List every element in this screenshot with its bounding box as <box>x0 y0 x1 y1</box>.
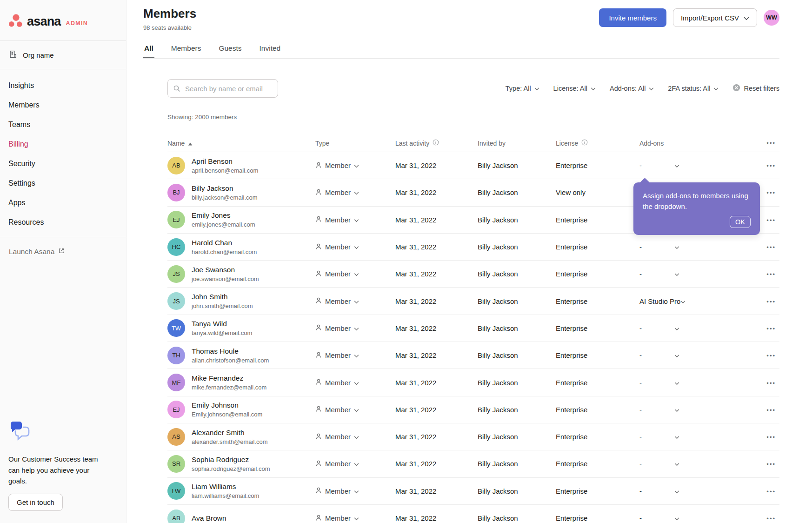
member-type-dropdown[interactable]: Member <box>315 188 395 197</box>
column-settings-button[interactable]: ••• <box>739 140 779 147</box>
sidebar-item-security[interactable]: Security <box>0 154 126 174</box>
member-name[interactable]: John Smith <box>192 293 253 301</box>
member-type-dropdown[interactable]: Member <box>315 487 395 495</box>
tooltip-actions: OK <box>643 216 751 228</box>
user-avatar[interactable]: WW <box>764 10 779 26</box>
tooltip-ok-button[interactable]: OK <box>730 216 751 228</box>
table-row: ASAlexander Smithalexander.smith@email.c… <box>167 423 779 450</box>
row-menu-button[interactable]: ••• <box>766 380 776 387</box>
sidebar-item-members[interactable]: Members <box>0 95 126 115</box>
filter-dropdown-add-ons[interactable]: Add-ons: All <box>610 85 654 92</box>
member-type-dropdown[interactable]: Member <box>315 514 395 523</box>
org-selector[interactable]: Org name <box>0 41 126 69</box>
row-menu-button[interactable]: ••• <box>766 244 776 251</box>
member-type-dropdown[interactable]: Member <box>315 270 395 278</box>
license: Enterprise <box>556 297 639 305</box>
row-menu-button[interactable]: ••• <box>766 271 776 278</box>
addons-dropdown[interactable]: - <box>639 406 679 414</box>
invited-by: Billy Jackson <box>478 243 556 251</box>
filter-dropdown-type[interactable]: Type: All <box>506 85 539 92</box>
member-name[interactable]: Billy Jackson <box>192 184 258 193</box>
addons-dropdown[interactable]: - <box>639 487 679 495</box>
member-type-dropdown[interactable]: Member <box>315 324 395 332</box>
member-type-dropdown[interactable]: Member <box>315 297 395 305</box>
member-name[interactable]: Thomas Houle <box>192 347 269 355</box>
column-header-license[interactable]: License <box>556 139 639 147</box>
sidebar-item-apps[interactable]: Apps <box>0 193 126 213</box>
members-admin-page: asana ADMIN Org name InsightsMembersTeam… <box>0 0 812 523</box>
addons-dropdown[interactable]: - <box>639 351 679 359</box>
filter-dropdown-license[interactable]: License: All <box>553 85 596 92</box>
member-type-dropdown[interactable]: Member <box>315 433 395 441</box>
invite-members-button[interactable]: Invite members <box>599 8 666 27</box>
tab-guests[interactable]: Guests <box>218 41 242 58</box>
member-name[interactable]: Harold Chan <box>192 239 257 247</box>
member-name[interactable]: Emily Jones <box>192 211 255 220</box>
row-menu-button[interactable]: ••• <box>766 217 776 224</box>
row-menu-button[interactable]: ••• <box>766 461 776 468</box>
addons-dropdown[interactable]: AI Studio Pro <box>639 297 686 305</box>
member-name[interactable]: Tanya Wild <box>192 320 252 328</box>
column-label: Last activity <box>395 140 429 147</box>
member-name[interactable]: Liam Williams <box>192 483 259 491</box>
get-in-touch-button[interactable]: Get in touch <box>8 494 63 511</box>
avatar: TH <box>167 347 185 364</box>
member-name[interactable]: Ava Brown <box>192 514 226 523</box>
filter-dropdown-2fa-status[interactable]: 2FA status: All <box>668 85 719 92</box>
row-menu-button[interactable]: ••• <box>766 298 776 305</box>
member-type-dropdown[interactable]: Member <box>315 460 395 468</box>
column-header-type[interactable]: Type <box>315 140 395 147</box>
row-menu-button[interactable]: ••• <box>766 189 776 196</box>
member-type-dropdown[interactable]: Member <box>315 351 395 360</box>
member-type-dropdown[interactable]: Member <box>315 405 395 414</box>
row-menu-button[interactable]: ••• <box>766 325 776 332</box>
addons-value: - <box>639 460 642 468</box>
member-identity: Tanya Wildtanya.wild@email.com <box>192 320 252 336</box>
sidebar-item-teams[interactable]: Teams <box>0 115 126 134</box>
row-menu-button[interactable]: ••• <box>766 515 776 522</box>
search-input[interactable] <box>167 79 278 98</box>
row-menu-button[interactable]: ••• <box>766 352 776 359</box>
addons-dropdown[interactable]: - <box>639 379 679 387</box>
row-menu-button[interactable]: ••• <box>766 488 776 495</box>
row-menu-button[interactable]: ••• <box>766 162 776 169</box>
addons-dropdown[interactable]: - <box>639 433 679 441</box>
invited-by: Billy Jackson <box>478 433 556 441</box>
tab-all[interactable]: All <box>143 41 154 58</box>
reset-filters-button[interactable]: Reset filters <box>732 84 779 93</box>
import-export-csv-button[interactable]: Import/Export CSV <box>673 8 757 27</box>
sidebar-item-resources[interactable]: Resources <box>0 213 126 232</box>
column-header-name[interactable]: Name <box>167 140 315 147</box>
tab-members[interactable]: Members <box>170 41 202 58</box>
member-name[interactable]: Joe Swanson <box>192 266 259 274</box>
sidebar-item-billing[interactable]: Billing <box>0 134 126 154</box>
member-type-dropdown[interactable]: Member <box>315 215 395 224</box>
member-type-dropdown[interactable]: Member <box>315 378 395 387</box>
sidebar-item-settings[interactable]: Settings <box>0 174 126 193</box>
member-name[interactable]: Sophia Rodriguez <box>192 456 270 464</box>
addons-dropdown[interactable]: - <box>639 270 679 278</box>
row-menu-cell: ••• <box>739 324 779 332</box>
addons-cell: AI Studio Pro <box>639 297 739 305</box>
sidebar-item-insights[interactable]: Insights <box>0 76 126 95</box>
member-type-dropdown[interactable]: Member <box>315 161 395 170</box>
column-header-addons[interactable]: Add-ons <box>639 140 739 147</box>
member-type-dropdown[interactable]: Member <box>315 243 395 251</box>
member-name[interactable]: Emily Johnson <box>192 401 262 409</box>
column-header-last-activity[interactable]: Last activity <box>395 139 478 147</box>
launch-asana-link[interactable]: Launch Asana <box>0 237 126 256</box>
addons-dropdown[interactable]: - <box>639 514 679 522</box>
row-menu-button[interactable]: ••• <box>766 407 776 414</box>
addons-dropdown[interactable]: - <box>639 324 679 332</box>
addons-dropdown[interactable]: - <box>639 460 679 468</box>
column-header-invited-by[interactable]: Invited by <box>478 140 556 147</box>
member-cell: HCHarold Chanharold.chan@email.com <box>167 238 315 256</box>
addons-dropdown[interactable]: - <box>639 161 679 169</box>
member-name[interactable]: Alexander Smith <box>192 429 267 437</box>
addons-dropdown[interactable]: - <box>639 243 679 251</box>
table-row: JSJoe Swansonjoe.swanson@email.comMember… <box>167 261 779 288</box>
member-name[interactable]: Mike Fernandez <box>192 374 266 382</box>
tab-invited[interactable]: Invited <box>259 41 282 58</box>
member-name[interactable]: April Benson <box>192 157 258 166</box>
row-menu-button[interactable]: ••• <box>766 434 776 441</box>
